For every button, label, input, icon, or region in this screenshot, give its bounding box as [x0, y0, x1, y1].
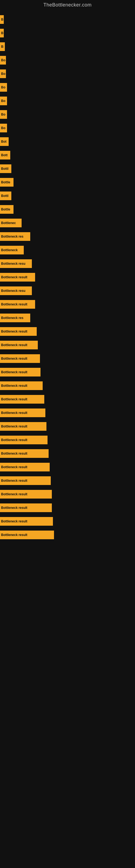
bar-item: Bottle	[0, 178, 13, 187]
bar-label: Bottleneck	[1, 248, 17, 252]
bar-item: Bottleneck result	[0, 422, 46, 431]
bar-item: Bottl	[0, 164, 11, 173]
bar-row: Bottleneck result	[0, 352, 135, 365]
bar-label: Bottle	[1, 180, 10, 184]
bar-label: Bottleneck result	[1, 343, 27, 347]
bar-label: Bo	[1, 99, 5, 103]
bar-label: Bottlenec	[1, 221, 16, 225]
bar-row: Bottleneck result	[0, 338, 135, 352]
bar-row: Bottleneck result	[0, 474, 135, 488]
bar-label: Bottleneck res	[1, 235, 24, 239]
bar-row: Bo	[0, 67, 135, 81]
bar-item: Bo	[0, 110, 7, 119]
bar-row: Bottleneck result	[0, 515, 135, 528]
bar-row: Bo	[0, 81, 135, 94]
bar-label: Bottleneck result	[1, 438, 27, 442]
bar-item: Bottleneck resu	[0, 259, 32, 268]
bar-item: Bottleneck result	[0, 503, 52, 512]
bar-row: Bottleneck result	[0, 501, 135, 515]
bar-row: Bottleneck result	[0, 447, 135, 460]
bar-row: Bottle	[0, 176, 135, 189]
bars-container: BBBBoBoBoBoBoBoBotBottBottlBottleBottlBo…	[0, 10, 135, 545]
bar-row: Bottleneck result	[0, 393, 135, 406]
bar-label: Bottleneck result	[1, 425, 27, 428]
bar-row: Bottleneck result	[0, 460, 135, 474]
bar-label: Bottleneck result	[1, 411, 27, 415]
bar-row: Bottleneck res	[0, 230, 135, 243]
bar-item: Bottleneck res	[0, 314, 30, 322]
bar-item: Bot	[0, 137, 9, 146]
bar-item: Bo	[0, 124, 7, 132]
bar-row: Bottl	[0, 162, 135, 176]
bar-item: Bottleneck result	[0, 449, 49, 458]
bar-item: Bo	[0, 69, 6, 78]
bar-item: B	[0, 15, 4, 24]
bar-label: Bottl	[1, 167, 8, 170]
bar-row: Bottl	[0, 189, 135, 203]
bar-label: Bo	[1, 72, 5, 76]
bar-item: Bottleneck result	[0, 341, 38, 349]
bar-row: Bottleneck resu	[0, 257, 135, 271]
bar-label: Bottleneck result	[1, 384, 27, 388]
bar-item: Bottleneck result	[0, 368, 41, 376]
bar-row: Bottleneck result	[0, 406, 135, 420]
bar-label: Bo	[1, 126, 5, 130]
bar-item: B	[0, 42, 5, 51]
bar-item: Bottleneck	[0, 246, 24, 254]
bar-label: Bottleneck resu	[1, 262, 26, 266]
bar-row: Bottleneck result	[0, 379, 135, 393]
bar-label: Bo	[1, 58, 5, 62]
bar-row: Bottle	[0, 203, 135, 216]
bar-row: Bottleneck resu	[0, 284, 135, 298]
bar-item: Bottleneck result	[0, 463, 50, 471]
bar-item: Bo	[0, 56, 6, 65]
bar-item: Bottle	[0, 205, 13, 214]
bar-label: Bottleneck result	[1, 397, 27, 401]
bar-label: B	[1, 18, 3, 22]
bar-label: Bo	[1, 113, 5, 116]
bar-row: Bottleneck result	[0, 420, 135, 433]
bar-label: Bottleneck res	[1, 316, 24, 320]
bar-label: Bottleneck result	[1, 275, 27, 279]
bar-row: Bottleneck result	[0, 325, 135, 338]
bar-label: Bottle	[1, 208, 10, 211]
bar-row: Bottlenec	[0, 216, 135, 230]
bar-item: B	[0, 29, 4, 37]
bar-row: Bottleneck result	[0, 528, 135, 542]
bar-row: Bo	[0, 54, 135, 67]
bar-row: B	[0, 13, 135, 26]
bar-label: Bottleneck result	[1, 479, 27, 483]
bar-item: Bo	[0, 83, 7, 92]
bar-item: Bottleneck result	[0, 531, 54, 539]
bar-item: Bottl	[0, 191, 11, 200]
bar-item: Bottlenec	[0, 219, 21, 227]
bar-row: Bo	[0, 121, 135, 135]
bar-row: Bottleneck result	[0, 365, 135, 379]
bar-item: Bottleneck result	[0, 490, 52, 499]
bar-label: Bottleneck result	[1, 303, 27, 306]
bar-item: Bottleneck result	[0, 517, 53, 526]
bar-label: Bottleneck resu	[1, 289, 26, 293]
bar-row: Bott	[0, 148, 135, 162]
bar-label: Bottleneck result	[1, 452, 27, 456]
bar-item: Bottleneck result	[0, 273, 35, 282]
bar-label: Bott	[1, 153, 8, 157]
bar-item: Bottleneck result	[0, 300, 35, 309]
bar-row: Bottleneck	[0, 243, 135, 257]
bar-label: Bottleneck result	[1, 520, 27, 523]
bar-row: Bottleneck result	[0, 488, 135, 501]
bar-item: Bottleneck result	[0, 476, 51, 485]
bar-item: Bottleneck resu	[0, 286, 32, 295]
bar-item: Bottleneck result	[0, 436, 48, 444]
bar-label: Bottleneck result	[1, 357, 27, 361]
bar-item: Bott	[0, 151, 10, 159]
bar-label: Bottleneck result	[1, 533, 27, 537]
bar-item: Bottleneck res	[0, 232, 30, 241]
bar-label: B	[1, 31, 3, 35]
bar-label: Bot	[1, 140, 6, 144]
bar-label: Bottleneck result	[1, 492, 27, 496]
bar-item: Bottleneck result	[0, 327, 37, 336]
bar-label: Bottleneck result	[1, 330, 27, 333]
bar-row: Bottleneck result	[0, 298, 135, 311]
bar-label: Bottleneck result	[1, 370, 27, 374]
